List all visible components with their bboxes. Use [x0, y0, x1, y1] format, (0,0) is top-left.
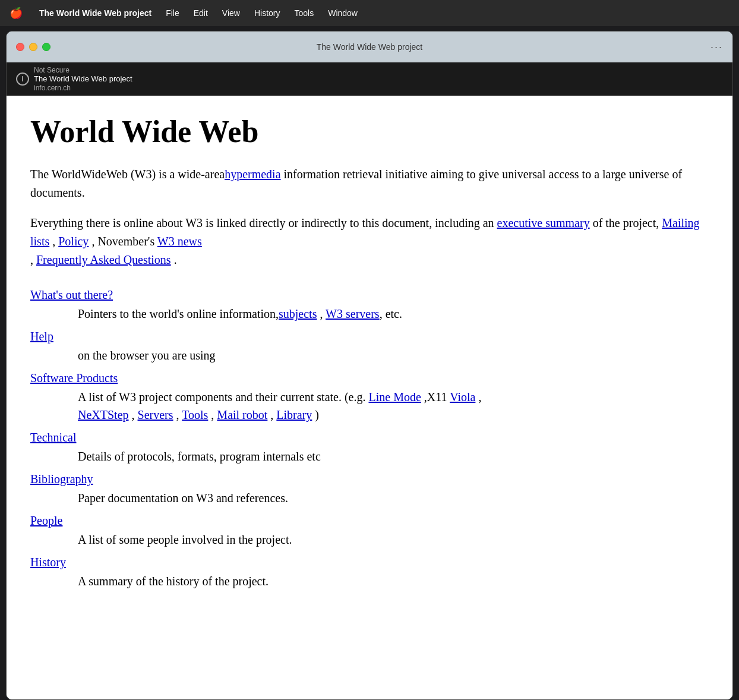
software-products-link[interactable]: Software Products [30, 369, 709, 387]
page-title-address: The World Wide Web project [34, 74, 132, 84]
nav-item-software-products: Software Products A list of W3 project c… [30, 369, 709, 424]
menu-item-history[interactable]: History [254, 8, 280, 18]
menu-item-tools[interactable]: Tools [295, 8, 314, 18]
nav-item-technical: Technical Details of protocols, formats,… [30, 428, 709, 465]
help-desc: on the browser you are using [30, 346, 709, 364]
technical-desc: Details of protocols, formats, program i… [30, 447, 709, 465]
content-area[interactable]: World Wide Web The WorldWideWeb (W3) is … [7, 96, 732, 699]
security-info[interactable]: i Not Secure The World Wide Web project … [16, 66, 132, 93]
menu-item-file[interactable]: File [166, 8, 179, 18]
traffic-lights [16, 43, 50, 51]
intro-paragraph-1: The WorldWideWeb (W3) is a wide-areahype… [30, 165, 709, 202]
faq-link[interactable]: Frequently Asked Questions [36, 253, 171, 266]
menu-item-edit[interactable]: Edit [194, 8, 208, 18]
app-name: The World Wide Web project [39, 8, 151, 18]
security-icon: i [16, 72, 29, 86]
whats-out-there-desc: Pointers to the world's online informati… [30, 305, 709, 323]
minimize-button[interactable] [29, 43, 37, 51]
apple-icon[interactable]: 🍎 [10, 7, 23, 20]
nav-item-history: History A summary of the history of the … [30, 553, 709, 590]
menu-item-window[interactable]: Window [328, 8, 358, 18]
library-link[interactable]: Library [276, 408, 312, 421]
policy-link[interactable]: Policy [58, 235, 89, 248]
intro-paragraph-2: Everything there is online about W3 is l… [30, 214, 709, 269]
history-link[interactable]: History [30, 553, 709, 571]
not-secure-label: Not Secure [34, 66, 132, 74]
viola-link[interactable]: Viola [450, 390, 475, 403]
w3news-link[interactable]: W3 news [157, 235, 202, 248]
software-products-desc: A list of W3 project components and thei… [30, 388, 709, 424]
technical-link[interactable]: Technical [30, 428, 709, 446]
mail-robot-link[interactable]: Mail robot [217, 408, 267, 421]
page-heading: World Wide Web [30, 115, 709, 149]
exec-summary-link[interactable]: executive summary [497, 216, 590, 229]
line-mode-link[interactable]: Line Mode [369, 390, 421, 403]
nav-item-people: People A list of some people involved in… [30, 512, 709, 548]
hypermedia-link[interactable]: hypermedia [225, 168, 280, 181]
window-title: The World Wide Web project [317, 42, 422, 52]
url-label: info.cern.ch [34, 84, 132, 92]
help-link[interactable]: Help [30, 327, 709, 345]
nav-item-help: Help on the browser you are using [30, 327, 709, 364]
nav-item-whats-out-there: What's out there? Pointers to the world'… [30, 286, 709, 323]
whats-out-there-link[interactable]: What's out there? [30, 286, 709, 304]
browser-window: The World Wide Web project ··· i Not Sec… [6, 31, 733, 700]
people-link[interactable]: People [30, 512, 709, 529]
maximize-button[interactable] [42, 43, 50, 51]
window-menu-button[interactable]: ··· [710, 41, 723, 53]
title-bar: The World Wide Web project ··· [7, 31, 732, 62]
history-desc: A summary of the history of the project. [30, 572, 709, 590]
subjects-link[interactable]: subjects [279, 307, 317, 320]
address-text: Not Secure The World Wide Web project in… [34, 66, 132, 93]
nav-item-bibliography: Bibliography Paper documentation on W3 a… [30, 470, 709, 507]
servers-link[interactable]: Servers [138, 408, 173, 421]
bibliography-link[interactable]: Bibliography [30, 470, 709, 488]
nextstep-link[interactable]: NeXTStep [78, 408, 129, 421]
address-bar: i Not Secure The World Wide Web project … [7, 62, 732, 96]
w3servers-link[interactable]: W3 servers [326, 307, 380, 320]
menu-bar: 🍎 The World Wide Web project File Edit V… [0, 0, 739, 26]
menu-item-view[interactable]: View [222, 8, 240, 18]
people-desc: A list of some people involved in the pr… [30, 531, 709, 548]
close-button[interactable] [16, 43, 24, 51]
bibliography-desc: Paper documentation on W3 and references… [30, 489, 709, 507]
tools-link[interactable]: Tools [182, 408, 208, 421]
